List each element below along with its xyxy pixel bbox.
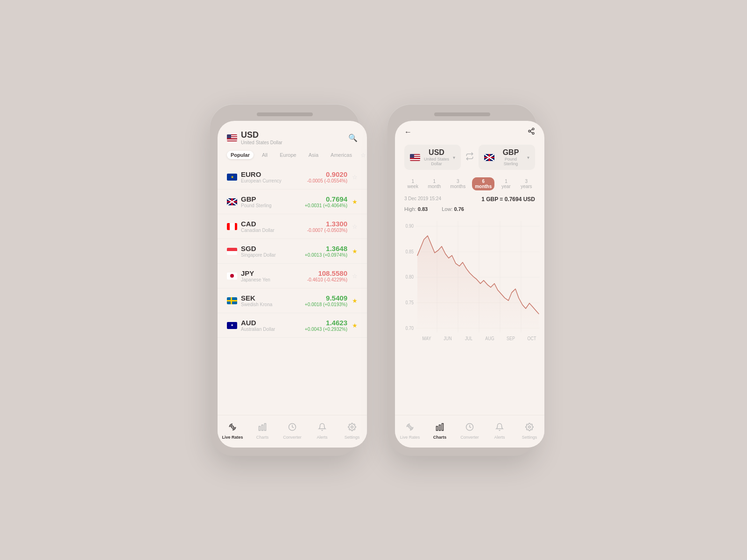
- cad-flag: [227, 223, 237, 230]
- bottom-nav-right: Live Rates Charts Converter: [395, 415, 544, 448]
- nav-item-converter-right[interactable]: Converter: [455, 423, 485, 440]
- quote-name: Pound Sterling: [497, 157, 524, 166]
- currency-item-left: JPY Japanese Yen: [227, 269, 287, 282]
- currency-item-right: 1.3300 -0.0007 (-0.0503%): [287, 220, 347, 233]
- nav-item-converter[interactable]: Converter: [277, 423, 307, 440]
- currency-info: CAD Canadian Dollar: [241, 220, 275, 233]
- live-rates-label-right: Live Rates: [400, 435, 420, 440]
- sek-flag: [227, 297, 237, 304]
- chart-info: 3 Dec 2019 15:24 1 GBP = 0.7694 USD: [395, 196, 544, 206]
- settings-label: Settings: [345, 435, 360, 440]
- currency-rate: 0.7694: [287, 195, 347, 203]
- swap-button[interactable]: [465, 152, 474, 162]
- list-item[interactable]: GBP Pound Sterling 0.7694 +0.0031 (+0.40…: [218, 189, 367, 214]
- nav-item-alerts[interactable]: Alerts: [307, 423, 337, 440]
- time-btn-3y[interactable]: 3 years: [518, 177, 535, 190]
- time-btn-1w[interactable]: 1 week: [404, 177, 421, 190]
- chart-low: Low: 0.76: [442, 206, 464, 212]
- time-btn-1m[interactable]: 1 month: [425, 177, 444, 190]
- base-currency-button[interactable]: USD United States Dollar ▾: [404, 145, 461, 170]
- svg-point-32: [409, 426, 411, 428]
- nav-item-settings-right[interactable]: Settings: [514, 423, 544, 440]
- price-chart: 0.90 0.85 0.80 0.75 0.70 MAY JUN JUL AUG…: [395, 216, 544, 370]
- filter-tab-americas[interactable]: Americas: [327, 151, 356, 159]
- currency-item-left: GBP Pound Sterling: [227, 195, 287, 208]
- base-code: USD: [423, 148, 450, 157]
- list-item[interactable]: JPY Japanese Yen 108.5580 -0.4610 (-0.42…: [218, 264, 367, 288]
- star-icon[interactable]: ★: [352, 248, 358, 255]
- time-btn-6m[interactable]: 6 months: [472, 177, 494, 190]
- svg-rect-35: [442, 423, 444, 430]
- filter-tabs: Popular All Europe Asia Americas ☆: [218, 151, 367, 165]
- svg-text:0.85: 0.85: [406, 249, 414, 254]
- nav-item-settings[interactable]: Settings: [337, 423, 367, 440]
- svg-text:AUG: AUG: [485, 336, 494, 342]
- filter-star-icon[interactable]: ☆: [360, 152, 366, 159]
- nav-item-live-rates[interactable]: Live Rates: [218, 423, 247, 440]
- list-item[interactable]: SEK Swedish Krona 9.5409 +0.0018 (+0.019…: [218, 288, 367, 313]
- currency-change: +0.0043 (+0.2932%): [287, 327, 347, 332]
- currency-change: +0.0031 (+0.4064%): [287, 203, 347, 208]
- filter-tab-asia[interactable]: Asia: [305, 151, 322, 159]
- base-currency-name: United States Dollar: [241, 140, 282, 145]
- back-button[interactable]: ←: [404, 128, 412, 136]
- phone-notch-right: [434, 112, 490, 116]
- right-header: ←: [395, 121, 544, 141]
- currency-item-right: 0.9020 -0.0005 (-0.0554%): [287, 170, 347, 183]
- currency-name: Canadian Dollar: [241, 228, 275, 233]
- svg-rect-34: [439, 425, 441, 430]
- svg-rect-33: [437, 426, 438, 430]
- list-item[interactable]: AUD Australian Dollar 1.4623 +0.0043 (+0…: [218, 313, 367, 338]
- charts-label: Charts: [256, 435, 269, 440]
- star-icon[interactable]: ★: [352, 198, 358, 205]
- filter-tab-europe[interactable]: Europe: [276, 151, 300, 159]
- share-button[interactable]: [528, 127, 535, 136]
- bottom-nav-left: Live Rates Charts Converter: [218, 415, 367, 448]
- currency-item-left: AUD Australian Dollar: [227, 319, 287, 332]
- star-icon[interactable]: ☆: [352, 273, 358, 280]
- chart-high-low: High: 0.83 Low: 0.76: [395, 206, 544, 216]
- currency-item-left: EURO European Currency: [227, 170, 287, 183]
- star-icon[interactable]: ☆: [352, 223, 358, 230]
- currency-item-left: SGD Singapore Dollar: [227, 245, 287, 258]
- nav-item-live-rates-right[interactable]: Live Rates: [395, 423, 425, 440]
- filter-tab-popular[interactable]: Popular: [227, 151, 254, 159]
- currency-item-left: SEK Swedish Krona: [227, 294, 287, 307]
- currency-item-right: 108.5580 -0.4610 (-0.4229%): [287, 269, 347, 282]
- currency-code: EURO: [241, 170, 282, 178]
- star-icon[interactable]: ☆: [352, 174, 358, 181]
- nav-item-alerts-right[interactable]: Alerts: [485, 423, 514, 440]
- currency-code: CAD: [241, 220, 275, 228]
- svg-point-8: [532, 133, 534, 134]
- currency-name: European Currency: [241, 178, 282, 183]
- currency-change: -0.0007 (-0.0503%): [287, 228, 347, 233]
- quote-currency-button[interactable]: GBP Pound Sterling ▾: [479, 145, 535, 170]
- svg-text:JUL: JUL: [465, 336, 473, 342]
- left-header: USD United States Dollar 🔍: [218, 121, 367, 151]
- left-phone: USD United States Dollar 🔍 Popular All E…: [210, 104, 359, 456]
- currency-rate: 0.9020: [287, 170, 347, 178]
- star-icon[interactable]: ★: [352, 297, 358, 304]
- svg-text:0.70: 0.70: [406, 325, 414, 331]
- svg-point-7: [529, 130, 530, 132]
- right-screen: ← USD United States Dollar ▾: [395, 121, 544, 448]
- converter-label-right: Converter: [460, 435, 479, 440]
- time-range-selector: 1 week 1 month 3 months 6 months 1 year …: [395, 175, 544, 196]
- base-currency-code: USD: [241, 130, 282, 140]
- list-item[interactable]: CAD Canadian Dollar 1.3300 -0.0007 (-0.0…: [218, 214, 367, 239]
- star-icon[interactable]: ★: [352, 322, 358, 329]
- base-currency-display: USD United States Dollar: [227, 130, 282, 145]
- currency-code: SEK: [241, 294, 272, 302]
- svg-point-0: [232, 426, 234, 428]
- time-btn-1y[interactable]: 1 year: [498, 177, 514, 190]
- list-item[interactable]: SGD Singapore Dollar 1.3648 +0.0013 (+0.…: [218, 239, 367, 264]
- currency-code: AUD: [241, 319, 275, 327]
- currency-code: JPY: [241, 269, 270, 277]
- usd-flag-right: [410, 154, 420, 161]
- search-button[interactable]: 🔍: [348, 133, 358, 142]
- nav-item-charts[interactable]: Charts: [247, 423, 277, 440]
- filter-tab-all[interactable]: All: [258, 151, 271, 159]
- time-btn-3m[interactable]: 3 months: [447, 177, 468, 190]
- nav-item-charts-right[interactable]: Charts: [425, 423, 455, 440]
- list-item[interactable]: EURO European Currency 0.9020 -0.0005 (-…: [218, 165, 367, 189]
